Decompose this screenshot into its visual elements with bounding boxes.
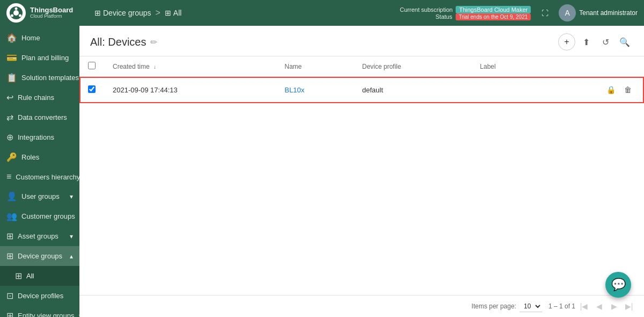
roles-icon: 🔑: [6, 152, 17, 162]
table-row: 2021-09-09 17:44:13 BL10x default 🔒 🗑: [79, 77, 644, 103]
sidebar-item-entity-view-groups[interactable]: ⊞ Entity view groups ▾: [0, 306, 79, 317]
sidebar-item-roles[interactable]: 🔑 Roles: [0, 147, 79, 167]
svg-point-3: [19, 15, 21, 17]
subscription-info: Current subscription ThingsBoard Cloud M…: [400, 6, 531, 20]
device-groups-arrow: ▴: [70, 253, 73, 260]
svg-point-2: [15, 8, 18, 10]
header-name[interactable]: Name: [276, 56, 353, 77]
rule-chains-icon: ↩: [6, 92, 13, 103]
row-device-profile: default: [354, 77, 472, 103]
add-device-button[interactable]: +: [558, 33, 575, 51]
chat-fab[interactable]: 💬: [605, 272, 631, 298]
row-checkbox[interactable]: [88, 85, 96, 93]
last-page-button[interactable]: ▶|: [623, 300, 635, 313]
page-actions: + ⬆ ↺ 🔍: [558, 33, 633, 51]
pagination-info: 1 – 1 of 1: [548, 302, 575, 310]
header-checkbox-col: [79, 56, 104, 77]
breadcrumb-separator: >: [156, 8, 160, 18]
sidebar: 🏠 Home 💳 Plan and billing 📋 Solution tem…: [0, 26, 79, 317]
row-actions: 🔒 🗑: [549, 82, 635, 97]
avatar: A: [559, 4, 576, 21]
customers-hierarchy-icon: ≡: [6, 172, 11, 182]
fullscreen-button[interactable]: ⛶: [537, 5, 552, 20]
delete-icon: 🗑: [624, 85, 632, 94]
subscription-label: Current subscription: [400, 6, 452, 13]
device-groups-sidebar-icon: ⊞: [6, 251, 13, 261]
logo-icon: [6, 3, 26, 23]
logo-text: ThingsBoard Cloud Platform: [30, 6, 73, 19]
user-groups-arrow: ▾: [70, 193, 73, 200]
sidebar-item-rule-chains[interactable]: ↩ Rule chains: [0, 88, 79, 107]
sidebar-item-plan-billing[interactable]: 💳 Plan and billing: [0, 48, 79, 68]
asset-groups-arrow: ▾: [70, 233, 73, 240]
header-created-time[interactable]: Created time ↓: [104, 56, 276, 77]
items-per-page-label: Items per page:: [472, 302, 516, 310]
items-per-page-select[interactable]: 10 5 15 20 25: [519, 301, 542, 312]
device-groups-all-icon: ⊞: [15, 271, 22, 281]
created-time-sort-icon: ↓: [153, 64, 156, 70]
page-header: All: Devices ✏ + ⬆ ↺ 🔍: [79, 26, 644, 56]
sidebar-item-user-groups[interactable]: 👤 User groups ▾: [0, 186, 79, 206]
chat-icon: 💬: [611, 278, 626, 292]
refresh-button[interactable]: ↺: [597, 33, 614, 51]
sidebar-item-data-converters[interactable]: ⇄ Data converters: [0, 107, 79, 127]
fullscreen-icon: ⛶: [541, 9, 548, 17]
tenant-label: Tenant administrator: [579, 9, 638, 17]
manage-credentials-button[interactable]: 🔒: [603, 82, 618, 97]
user-menu[interactable]: A Tenant administrator: [559, 4, 638, 21]
billing-icon: 💳: [6, 53, 17, 63]
sidebar-item-device-groups-all[interactable]: ⊞ All: [0, 266, 79, 286]
refresh-icon: ↺: [602, 37, 609, 47]
sidebar-item-customers-hierarchy[interactable]: ≡ Customers hierarchy: [0, 167, 79, 186]
import-icon: ⬆: [583, 37, 590, 47]
search-icon: 🔍: [619, 37, 630, 47]
row-actions-cell: 🔒 🗑: [540, 77, 644, 103]
select-all-checkbox[interactable]: [88, 62, 96, 69]
search-button[interactable]: 🔍: [616, 33, 633, 51]
sidebar-item-device-groups[interactable]: ⊞ Device groups ▴: [0, 246, 79, 266]
next-page-button[interactable]: ▶: [608, 300, 620, 313]
content-footer: Items per page: 10 5 15 20 25 1 – 1 of 1…: [79, 295, 644, 317]
entity-view-groups-icon: ⊞: [6, 311, 13, 317]
table-body: 2021-09-09 17:44:13 BL10x default 🔒 🗑: [79, 77, 644, 103]
sidebar-item-home[interactable]: 🏠 Home: [0, 28, 79, 48]
header-device-profile[interactable]: Device profile: [354, 56, 472, 77]
import-button[interactable]: ⬆: [577, 33, 595, 51]
svg-point-4: [11, 15, 13, 17]
all-icon: ⊞: [165, 9, 171, 17]
status-label: Status: [435, 13, 452, 20]
row-checkbox-cell: [79, 77, 104, 103]
home-icon: 🏠: [6, 33, 17, 43]
top-header: ThingsBoard Cloud Platform ⊞ Device grou…: [0, 0, 644, 26]
breadcrumb-device-groups-label: Device groups: [103, 9, 151, 17]
solution-templates-icon: 📋: [6, 73, 17, 83]
breadcrumb: ⊞ Device groups > ⊞ All: [86, 8, 400, 18]
data-converters-icon: ⇄: [6, 112, 13, 123]
first-page-button[interactable]: |◀: [577, 300, 590, 313]
sidebar-item-asset-groups[interactable]: ⊞ Asset groups ▾: [0, 226, 79, 246]
asset-groups-icon: ⊞: [6, 231, 13, 241]
content-area: All: Devices ✏ + ⬆ ↺ 🔍: [79, 26, 644, 317]
header-right: Current subscription ThingsBoard Cloud M…: [400, 4, 638, 21]
sidebar-item-customer-groups[interactable]: 👥 Customer groups ▾: [0, 206, 79, 226]
header-icons: ⛶: [537, 5, 552, 20]
breadcrumb-all[interactable]: ⊞ All: [165, 9, 182, 17]
row-device-name[interactable]: BL10x: [276, 77, 353, 103]
breadcrumb-device-groups[interactable]: ⊞ Device groups: [94, 9, 151, 17]
header-label[interactable]: Label: [471, 56, 540, 77]
sidebar-item-device-profiles[interactable]: ⊡ Device profiles: [0, 286, 79, 306]
edit-page-title-button[interactable]: ✏: [150, 37, 157, 47]
delete-device-button[interactable]: 🗑: [620, 82, 635, 97]
svg-point-1: [13, 10, 19, 16]
sidebar-item-integrations[interactable]: ⊕ Integrations: [0, 127, 79, 147]
status-badge: Trial ends on the Oct 9, 2021: [456, 13, 531, 20]
logo-area: ThingsBoard Cloud Platform: [6, 3, 86, 23]
credentials-icon: 🔒: [606, 85, 616, 94]
customer-groups-icon: 👥: [6, 211, 17, 221]
table-header: Created time ↓ Name Device profile Label: [79, 56, 644, 77]
brand-sub: Cloud Platform: [30, 14, 73, 19]
page-title-area: All: Devices ✏: [90, 36, 157, 48]
sidebar-item-solution-templates[interactable]: 📋 Solution templates NEW: [0, 68, 79, 88]
row-label: [471, 77, 540, 103]
prev-page-button[interactable]: ◀: [592, 300, 605, 313]
